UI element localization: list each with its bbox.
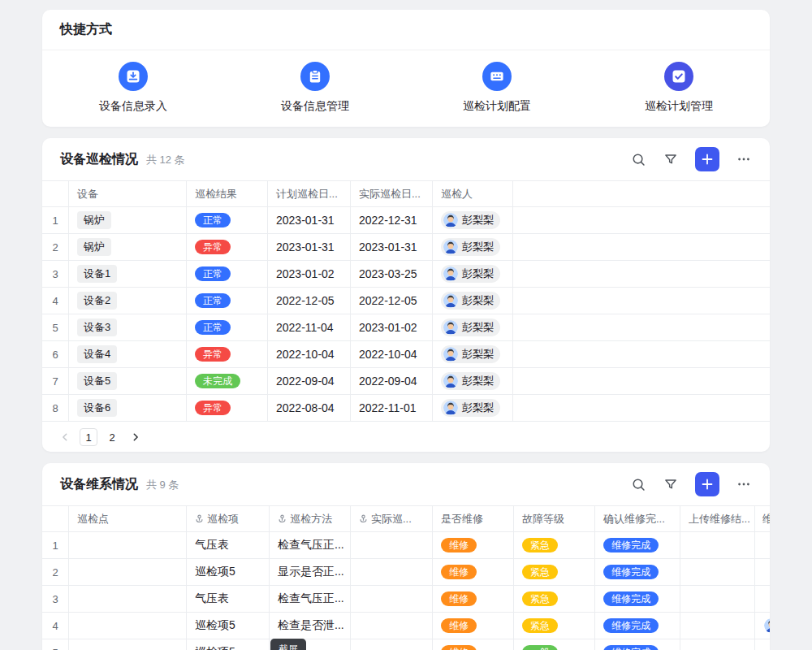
device-cell[interactable]: 锅炉 bbox=[69, 207, 187, 233]
empty-cell[interactable] bbox=[680, 639, 755, 650]
status-badge-cell[interactable]: 正常 bbox=[187, 261, 268, 287]
text-cell[interactable]: 2022-12-31 bbox=[351, 207, 433, 233]
empty-cell[interactable] bbox=[755, 586, 770, 612]
filter-icon[interactable] bbox=[663, 476, 679, 492]
shortcut-check[interactable]: 巡检计划管理 bbox=[588, 62, 770, 114]
status-badge-cell[interactable]: 维修完成 bbox=[595, 613, 680, 639]
column-header[interactable]: 实际巡... bbox=[351, 506, 433, 531]
table-row[interactable]: 5设备3正常2022-11-042023-01-02彭梨梨 bbox=[42, 314, 770, 341]
text-cell[interactable]: 2022-11-04 bbox=[268, 314, 351, 340]
empty-cell[interactable] bbox=[755, 559, 770, 585]
shortcut-keyboard[interactable]: 巡检计划配置 bbox=[406, 62, 588, 114]
inspector-cell[interactable]: 彭梨梨 bbox=[433, 207, 513, 233]
page-button-2[interactable]: 2 bbox=[103, 428, 121, 446]
more-icon[interactable] bbox=[736, 476, 752, 492]
status-badge-cell[interactable]: 维修 bbox=[433, 639, 514, 650]
row-index-cell[interactable]: 3 bbox=[42, 261, 69, 287]
status-badge-cell[interactable]: 维修 bbox=[433, 586, 514, 612]
device-cell[interactable]: 设备3 bbox=[69, 314, 187, 340]
status-badge-cell[interactable]: 维修完成 bbox=[595, 639, 680, 650]
table-row[interactable]: 1气压表检查气压正...维修紧急维修完成 bbox=[42, 532, 770, 559]
row-index-cell[interactable]: 2 bbox=[42, 559, 69, 585]
table-row[interactable]: 1锅炉正常2023-01-312022-12-31彭梨梨 bbox=[42, 207, 770, 234]
column-header[interactable] bbox=[42, 181, 69, 206]
text-cell[interactable]: 2022-12-05 bbox=[351, 288, 433, 314]
table-row[interactable]: 5巡检项5显示...维修一般维修完成 bbox=[42, 639, 770, 650]
row-index-cell[interactable]: 8 bbox=[42, 395, 69, 421]
empty-cell[interactable] bbox=[680, 613, 755, 639]
table-row[interactable]: 7设备5未完成2022-09-042022-09-04彭梨梨 bbox=[42, 368, 770, 395]
status-badge-cell[interactable]: 维修完成 bbox=[595, 559, 680, 585]
status-badge-cell[interactable]: 正常 bbox=[187, 288, 268, 314]
status-badge-cell[interactable]: 正常 bbox=[187, 207, 268, 233]
text-cell[interactable]: 检查气压正... bbox=[270, 532, 351, 558]
status-badge-cell[interactable]: 一般 bbox=[514, 639, 595, 650]
text-cell[interactable]: 2023-01-31 bbox=[351, 234, 433, 260]
column-header[interactable]: 维 bbox=[755, 506, 770, 531]
status-badge-cell[interactable]: 异常 bbox=[187, 395, 268, 421]
table-row[interactable]: 6设备4异常2022-10-042022-10-04彭梨梨 bbox=[42, 341, 770, 368]
column-header[interactable] bbox=[42, 506, 69, 531]
empty-cell[interactable] bbox=[69, 639, 187, 650]
column-header[interactable]: 计划巡检日... bbox=[268, 181, 351, 206]
column-header[interactable]: 巡检项 bbox=[187, 506, 270, 531]
empty-cell[interactable] bbox=[69, 586, 187, 612]
text-cell[interactable]: 气压表 bbox=[187, 532, 270, 558]
shortcut-import[interactable]: 设备信息录入 bbox=[42, 62, 224, 114]
prev-page-button[interactable] bbox=[56, 428, 74, 446]
empty-cell[interactable] bbox=[351, 559, 433, 585]
table-row[interactable]: 2巡检项5显示是否正...维修紧急维修完成 bbox=[42, 559, 770, 586]
table-row[interactable]: 3设备1正常2023-01-022023-03-25彭梨梨 bbox=[42, 261, 770, 288]
empty-cell[interactable] bbox=[69, 559, 187, 585]
row-index-cell[interactable]: 2 bbox=[42, 234, 69, 260]
row-index-cell[interactable]: 5 bbox=[42, 314, 69, 340]
device-cell[interactable]: 设备6 bbox=[69, 395, 187, 421]
device-cell[interactable]: 设备1 bbox=[69, 261, 187, 287]
text-cell[interactable]: 2023-01-31 bbox=[268, 234, 351, 260]
status-badge-cell[interactable]: 正常 bbox=[187, 314, 268, 340]
inspector-cell[interactable]: 彭梨梨 bbox=[433, 288, 513, 314]
status-badge-cell[interactable]: 未完成 bbox=[187, 368, 268, 394]
status-badge-cell[interactable]: 维修 bbox=[433, 532, 514, 558]
table-row[interactable]: 4设备2正常2022-12-052022-12-05彭梨梨 bbox=[42, 288, 770, 314]
status-badge-cell[interactable]: 异常 bbox=[187, 234, 268, 260]
device-cell[interactable]: 设备5 bbox=[69, 368, 187, 394]
row-index-cell[interactable]: 5 bbox=[42, 639, 69, 650]
text-cell[interactable]: 气压表 bbox=[187, 586, 270, 612]
status-badge-cell[interactable]: 紧急 bbox=[514, 532, 595, 558]
text-cell[interactable]: 2022-12-05 bbox=[268, 288, 351, 314]
more-icon[interactable] bbox=[736, 151, 752, 167]
column-header[interactable]: 上传维修结... bbox=[680, 506, 755, 531]
device-cell[interactable]: 设备2 bbox=[69, 288, 187, 314]
text-cell[interactable]: 2022-11-01 bbox=[351, 395, 433, 421]
row-index-cell[interactable]: 4 bbox=[42, 288, 69, 314]
column-header[interactable]: 实际巡检日... bbox=[351, 181, 433, 206]
text-cell[interactable]: 2023-01-02 bbox=[351, 314, 433, 340]
text-cell[interactable]: 2023-01-31 bbox=[268, 207, 351, 233]
inspector-cell[interactable]: 彭梨梨 bbox=[433, 261, 513, 287]
text-cell[interactable]: 检查是否泄... bbox=[270, 613, 351, 639]
text-cell[interactable]: 2023-01-02 bbox=[268, 261, 351, 287]
search-icon[interactable] bbox=[630, 151, 646, 167]
empty-cell[interactable] bbox=[755, 639, 770, 650]
column-header[interactable]: 是否维修 bbox=[433, 506, 514, 531]
status-badge-cell[interactable]: 异常 bbox=[187, 341, 268, 367]
add-record-button[interactable] bbox=[695, 147, 719, 171]
device-cell[interactable]: 锅炉 bbox=[69, 234, 187, 260]
text-cell[interactable]: 巡检项5 bbox=[187, 639, 270, 650]
status-badge-cell[interactable]: 紧急 bbox=[514, 613, 595, 639]
empty-cell[interactable] bbox=[351, 532, 433, 558]
table-row[interactable]: 2锅炉异常2023-01-312023-01-31彭梨梨 bbox=[42, 234, 770, 261]
empty-cell[interactable] bbox=[69, 532, 187, 558]
add-record-button[interactable] bbox=[695, 472, 719, 496]
text-cell[interactable]: 巡检项5 bbox=[187, 613, 270, 639]
shortcut-clipboard[interactable]: 设备信息管理 bbox=[224, 62, 406, 114]
column-header[interactable]: 故障等级 bbox=[514, 506, 595, 531]
empty-cell[interactable] bbox=[69, 613, 187, 639]
row-index-cell[interactable]: 4 bbox=[42, 613, 69, 639]
status-badge-cell[interactable]: 维修 bbox=[433, 613, 514, 639]
text-cell[interactable]: 巡检项5 bbox=[187, 559, 270, 585]
text-cell[interactable]: 2022-09-04 bbox=[268, 368, 351, 394]
device-cell[interactable]: 设备4 bbox=[69, 341, 187, 367]
status-badge-cell[interactable]: 维修完成 bbox=[595, 586, 680, 612]
